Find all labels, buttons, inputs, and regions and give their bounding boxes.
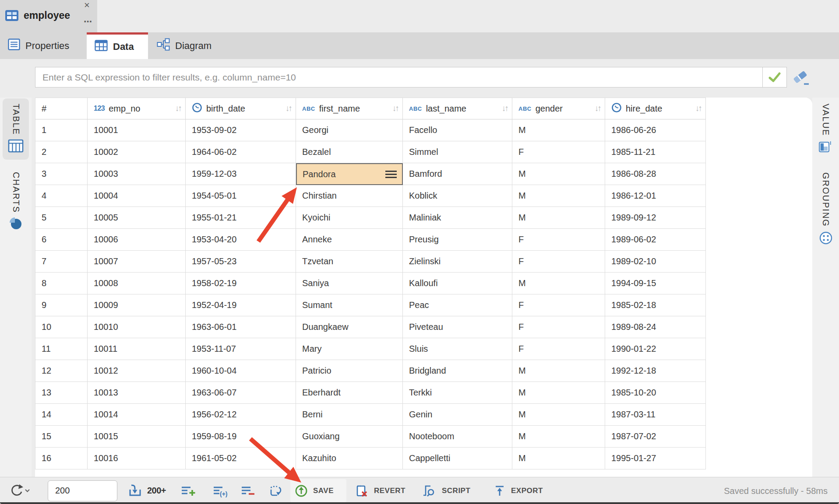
data-cell[interactable]: 1954-05-01 [186, 185, 296, 207]
column-header-gender[interactable]: ABC gender ↓↑ [512, 98, 605, 119]
duplicate-row-button[interactable] [268, 484, 284, 498]
data-cell[interactable]: 1989-09-12 [605, 207, 706, 229]
row-number-cell[interactable]: 14 [35, 404, 88, 426]
row-number-cell[interactable]: 11 [35, 338, 88, 360]
data-cell[interactable]: 10011 [88, 338, 186, 360]
apply-filter-button[interactable] [762, 67, 786, 87]
data-cell[interactable]: 10005 [88, 207, 186, 229]
tab-overflow-icon[interactable]: ⋯ [84, 17, 92, 27]
data-cell[interactable]: 1961-05-02 [186, 448, 296, 469]
data-cell[interactable]: Guoxiang [296, 426, 403, 448]
sort-icon[interactable]: ↓↑ [502, 104, 508, 113]
data-cell[interactable]: 1963-06-07 [186, 382, 296, 404]
data-cell[interactable]: 10016 [88, 448, 186, 469]
row-number-cell[interactable]: 3 [35, 163, 88, 185]
data-cell[interactable]: M [512, 404, 605, 426]
data-cell[interactable]: Kyoichi [296, 207, 403, 229]
data-cell[interactable]: Kazuhito [296, 448, 403, 469]
data-cell[interactable]: Piveteau [403, 316, 512, 338]
rail-tab-value[interactable]: VALUE I [813, 98, 839, 160]
sort-icon[interactable]: ↓↑ [695, 104, 701, 113]
tab-diagram[interactable]: Diagram [149, 32, 219, 59]
data-cell[interactable]: 1959-08-19 [186, 426, 296, 448]
data-cell[interactable]: 1985-10-20 [605, 382, 706, 404]
sort-icon[interactable]: ↓↑ [595, 104, 600, 113]
data-cell[interactable]: Mary [296, 338, 403, 360]
data-cell[interactable]: M [512, 185, 605, 207]
data-cell[interactable]: F [512, 294, 605, 316]
data-cell[interactable]: 1953-09-02 [186, 119, 296, 141]
data-cell[interactable]: Bezalel [296, 141, 403, 163]
data-cell[interactable]: 1953-11-07 [186, 338, 296, 360]
data-cell[interactable]: 1992-12-18 [605, 360, 706, 382]
row-number-cell[interactable]: 2 [35, 141, 88, 163]
data-cell[interactable]: 1994-09-15 [605, 273, 706, 294]
data-cell[interactable]: 1985-11-21 [605, 141, 706, 163]
data-cell[interactable]: F [512, 338, 605, 360]
refresh-button[interactable] [9, 483, 32, 498]
data-cell[interactable]: 10004 [88, 185, 186, 207]
data-cell[interactable]: 1952-04-19 [186, 294, 296, 316]
data-cell[interactable]: M [512, 119, 605, 141]
row-number-cell[interactable]: 13 [35, 382, 88, 404]
data-cell[interactable]: Terkki [403, 382, 512, 404]
rail-tab-table[interactable]: TABLE [3, 98, 29, 160]
column-header-emp-no[interactable]: 123 emp_no ↓↑ [88, 98, 186, 119]
data-cell[interactable]: Bamford [403, 163, 512, 185]
tab-properties[interactable]: Properties [0, 32, 77, 59]
data-cell[interactable]: 1957-05-23 [186, 251, 296, 273]
data-cell[interactable]: 1959-12-03 [186, 163, 296, 185]
data-cell[interactable]: M [512, 207, 605, 229]
data-cell[interactable]: 1989-02-10 [605, 251, 706, 273]
sort-icon[interactable]: ↓↑ [392, 104, 398, 113]
column-header-birth-date[interactable]: birth_date ↓↑ [186, 98, 296, 119]
data-cell[interactable]: 10015 [88, 426, 186, 448]
data-cell[interactable]: Patricio [296, 360, 403, 382]
data-cell[interactable]: Genin [403, 404, 512, 426]
data-cell[interactable]: M [512, 382, 605, 404]
data-cell[interactable]: 10003 [88, 163, 186, 185]
data-cell[interactable]: 1985-02-18 [605, 294, 706, 316]
data-cell[interactable]: 1989-06-02 [605, 229, 706, 251]
data-cell[interactable]: 1986-06-26 [605, 119, 706, 141]
fetch-size-field[interactable] [48, 480, 117, 501]
data-cell[interactable]: Koblick [403, 185, 512, 207]
data-cell[interactable]: 10001 [88, 119, 186, 141]
data-cell[interactable]: M [512, 360, 605, 382]
data-cell[interactable]: 10014 [88, 404, 186, 426]
data-cell[interactable]: 1955-01-21 [186, 207, 296, 229]
fetch-more-button[interactable]: 200+ [128, 484, 166, 498]
data-cell[interactable]: M [512, 448, 605, 469]
data-cell[interactable]: Sumant [296, 294, 403, 316]
data-cell[interactable]: Anneke [296, 229, 403, 251]
data-cell[interactable]: 10009 [88, 294, 186, 316]
data-cell[interactable]: 1986-12-01 [605, 185, 706, 207]
data-cell[interactable]: 1986-08-28 [605, 163, 706, 185]
column-header-hire-date[interactable]: hire_date ↓↑ [605, 98, 706, 119]
data-cell[interactable]: 1964-06-02 [186, 141, 296, 163]
tab-data[interactable]: Data [87, 32, 148, 59]
data-cell[interactable]: 1989-08-24 [605, 316, 706, 338]
data-cell[interactable]: 1987-03-11 [605, 404, 706, 426]
sql-filter-input[interactable] [35, 67, 762, 87]
data-cell[interactable]: 1960-10-04 [186, 360, 296, 382]
data-cell[interactable]: Nooteboom [403, 426, 512, 448]
data-cell[interactable]: 1956-02-12 [186, 404, 296, 426]
row-number-cell[interactable]: 9 [35, 294, 88, 316]
column-header-last-name[interactable]: ABC last_name ↓↑ [403, 98, 512, 119]
save-button[interactable]: SAVE [295, 484, 334, 498]
rail-tab-charts[interactable]: CHARTS [3, 167, 29, 237]
row-number-cell[interactable]: 8 [35, 273, 88, 294]
revert-button[interactable]: REVERT [355, 483, 405, 498]
data-cell[interactable]: F [512, 251, 605, 273]
data-cell[interactable]: F [512, 316, 605, 338]
row-number-cell[interactable]: 4 [35, 185, 88, 207]
editor-tab-employee[interactable]: employee × ⋯ [0, 0, 97, 32]
data-cell[interactable]: M [512, 426, 605, 448]
row-number-cell[interactable]: 10 [35, 316, 88, 338]
data-cell[interactable]: F [512, 141, 605, 163]
data-cell[interactable]: Tzvetan [296, 251, 403, 273]
column-header-row-num[interactable]: # [35, 98, 88, 119]
data-cell[interactable]: 1990-01-22 [605, 338, 706, 360]
column-header-first-name[interactable]: ABC first_name ↓↑ [296, 98, 403, 119]
